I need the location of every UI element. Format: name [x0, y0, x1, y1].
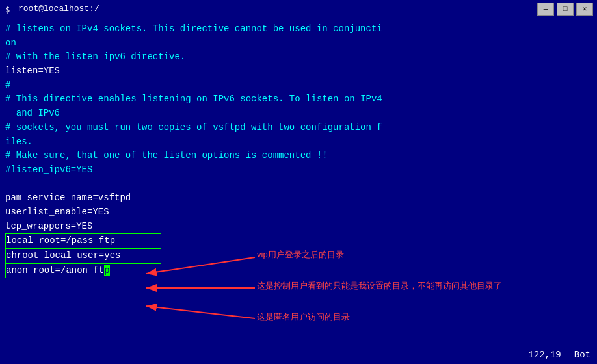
line-anon-root: anon_root=/anon_ftp	[5, 264, 161, 279]
line-14: userlist_enable=YES	[5, 205, 592, 220]
line-3: # with the listen_ipv6 directive.	[5, 50, 592, 64]
svg-line-3	[146, 257, 255, 274]
minimize-button[interactable]: —	[537, 3, 554, 16]
svg-text:$: $	[5, 5, 10, 14]
line-6: # This directive enables listening on IP…	[5, 92, 592, 107]
line-8: # sockets, you must run two copies of vs…	[5, 121, 592, 135]
line-11: #listen_ipv6=YES	[5, 163, 592, 177]
editor-mode: Bot	[574, 348, 590, 363]
cursor-position: 122,19	[528, 348, 561, 363]
line-9: iles.	[5, 135, 592, 150]
title-bar: $ root@localhost:/ — □ ✕	[0, 0, 597, 18]
annotation-label-1: vip用户登录之后的目录	[257, 248, 344, 261]
terminal-icon: $	[4, 4, 14, 14]
annotation-label-3: 这是匿名用户访问的目录	[257, 311, 350, 324]
terminal[interactable]: # listens on IPv4 sockets. This directiv…	[0, 18, 597, 364]
line-7: and IPv6	[5, 107, 592, 121]
close-button[interactable]: ✕	[576, 3, 593, 16]
line-5: #	[5, 79, 592, 93]
line-13: pam_service_name=vsftpd	[5, 191, 592, 205]
line-2: on	[5, 36, 592, 51]
line-local-root: local_root=/pass_ftp	[5, 233, 161, 249]
status-bar: 122,19 Bot	[522, 347, 597, 364]
line-4: listen=YES	[5, 64, 592, 79]
cursor: p	[104, 265, 109, 276]
maximize-button[interactable]: □	[557, 3, 574, 16]
line-1: # listens on IPv4 sockets. This directiv…	[5, 22, 592, 36]
line-10: # Make sure, that one of the listen opti…	[5, 149, 592, 163]
svg-line-5	[146, 306, 255, 318]
annotation-label-2: 这是控制用户看到的只能是我设置的目录，不能再访问其他目录了	[257, 280, 502, 292]
line-12	[5, 177, 592, 192]
line-chroot: chroot_local_user=yes	[5, 249, 161, 264]
line-15: tcp_wrappers=YES	[5, 220, 592, 234]
window-title: root@localhost:/	[18, 4, 100, 14]
